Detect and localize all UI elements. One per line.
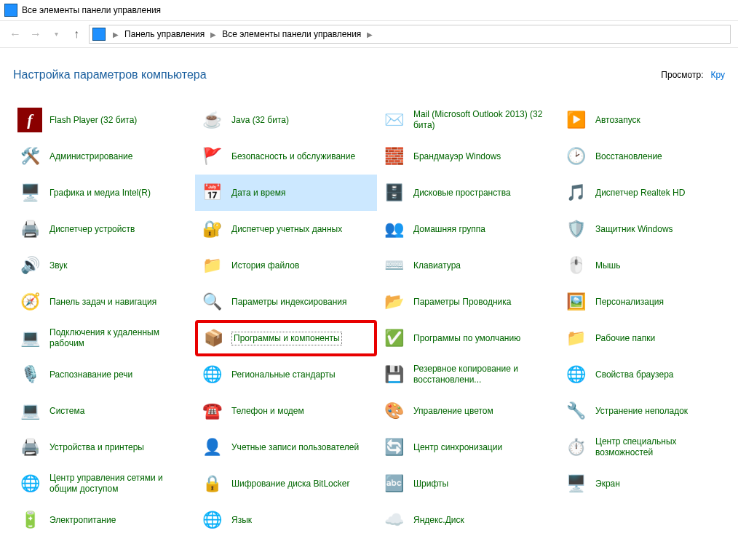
control-panel-item[interactable]: 💻Система [13, 393, 195, 429]
control-panel-item[interactable]: fFlash Player (32 бита) [13, 102, 195, 138]
programs-features-icon: 📦 [201, 326, 226, 351]
control-panel-item-label: Администрирование [49, 151, 132, 162]
nav-forward-button[interactable]: → [28, 26, 44, 42]
control-panel-item[interactable]: 🔒Шифрование диска BitLocker [195, 465, 377, 502]
control-panel-item[interactable]: 📁Рабочие папки [559, 320, 738, 356]
control-panel-item-label: Параметры индексирования [231, 297, 346, 308]
control-panel-item[interactable]: 🧭Панель задач и навигация [13, 284, 195, 320]
control-panel-item[interactable]: 🔍Параметры индексирования [195, 284, 377, 320]
troubleshoot-icon: 🔧 [563, 399, 588, 423]
control-panel-item[interactable]: 🔐Диспетчер учетных данных [195, 211, 377, 247]
control-panel-item-label: Центр синхронизации [413, 442, 502, 453]
control-panel-item[interactable]: 🛡️Защитник Windows [559, 211, 738, 247]
control-panel-item[interactable]: ☕Java (32 бита) [195, 102, 377, 138]
control-panel-item-label: Мышь [595, 260, 621, 271]
control-panel-item-label: Телефон и модем [231, 406, 304, 417]
breadcrumb-segment[interactable]: Панель управления [122, 25, 207, 43]
window-title: Все элементы панели управления [22, 5, 161, 15]
defender-icon: 🛡️ [563, 217, 588, 241]
control-panel-item[interactable]: 🚩Безопасность и обслуживание [195, 138, 377, 175]
control-panel-item[interactable]: 🗄️Дисковые пространства [377, 175, 559, 211]
explorer-options-icon: 📂 [381, 289, 406, 314]
control-panel-item-label: Рабочие папки [595, 333, 655, 344]
control-panel-item[interactable]: 🖱️Мышь [559, 247, 738, 284]
control-panel-item[interactable]: 🕑Восстановление [559, 138, 738, 175]
control-panel-item[interactable]: 🔋Электропитание [13, 502, 195, 538]
control-panel-item[interactable]: 🖥️Графика и медиа Intel(R) [13, 175, 195, 211]
control-panel-item[interactable]: 📁История файлов [195, 247, 377, 284]
control-panel-item-label: Система [49, 406, 84, 417]
control-panel-item-label: Дата и время [231, 188, 285, 199]
device-manager-icon: 🖨️ [17, 217, 42, 241]
address-bar[interactable]: ▶ Панель управления ▶ Все элементы панел… [89, 25, 731, 44]
control-panel-item[interactable]: 🔧Устранение неполадок [559, 393, 738, 429]
control-panel-item[interactable]: 🧱Брандмауэр Windows [377, 138, 559, 175]
control-panel-item[interactable]: ✅Программы по умолчанию [377, 320, 559, 356]
control-panel-item[interactable]: ☁️Яндекс.Диск [377, 502, 559, 538]
control-panel-item[interactable]: 🌐Язык [195, 502, 377, 538]
control-panel-item-label: Диспетчер устройств [49, 224, 135, 235]
page-title: Настройка параметров компьютера [13, 68, 207, 81]
control-panel-item-label: История файлов [231, 260, 299, 271]
control-panel-item[interactable]: 👥Домашняя группа [377, 211, 559, 247]
control-panel-item-label: Домашняя группа [413, 224, 485, 235]
fonts-icon: 🔤 [381, 471, 406, 496]
control-panel-item[interactable]: 🎙️Распознавание речи [13, 356, 195, 393]
view-label: Просмотр: [661, 70, 703, 80]
control-panel-item-label: Экран [595, 479, 620, 489]
control-panel-item[interactable]: 🔤Шрифты [377, 465, 559, 502]
control-panel-item[interactable]: 💻Подключения к удаленным рабочим [13, 320, 195, 356]
control-panel-item[interactable]: ▶️Автозапуск [559, 102, 738, 138]
nav-back-button[interactable]: ← [7, 26, 23, 42]
control-panel-grid: fFlash Player (32 бита)☕Java (32 бита)✉️… [0, 102, 738, 544]
control-panel-item[interactable]: 🔄Центр синхронизации [377, 429, 559, 465]
control-panel-item[interactable]: 🖥️Экран [559, 465, 738, 502]
realtek-icon: 🎵 [563, 180, 588, 205]
breadcrumb-segment[interactable]: Все элементы панели управления [219, 25, 364, 43]
control-panel-item-label: Резервное копирование и восстановлени... [413, 364, 548, 385]
sync-center-icon: 🔄 [381, 435, 406, 460]
view-mode-link[interactable]: Кру [710, 70, 725, 80]
control-panel-item-label: Программы по умолчанию [413, 333, 520, 344]
keyboard-icon: ⌨️ [381, 253, 406, 278]
control-panel-item-label: Центр управления сетями и общим доступом [49, 473, 184, 495]
control-panel-item[interactable]: 👤Учетные записи пользователей [195, 429, 377, 465]
control-panel-item[interactable]: 🔊Звук [13, 247, 195, 284]
control-panel-item[interactable]: ☎️Телефон и модем [195, 393, 377, 429]
speech-icon: 🎙️ [17, 362, 42, 387]
display-icon: 🖥️ [563, 471, 588, 496]
mail-icon: ✉️ [381, 108, 406, 132]
intel-graphics-icon: 🖥️ [17, 180, 42, 205]
control-panel-item[interactable]: 🎨Управление цветом [377, 393, 559, 429]
control-panel-item[interactable]: 🛠️Администрирование [13, 138, 195, 175]
nav-up-button[interactable]: ↑ [68, 26, 84, 42]
nav-recent-dropdown[interactable]: ▾ [48, 26, 64, 42]
chevron-right-icon[interactable]: ▶ [365, 31, 374, 39]
control-panel-item[interactable]: 🖼️Персонализация [559, 284, 738, 320]
control-panel-item[interactable]: 📦Программы и компоненты [195, 320, 377, 356]
network-sharing-icon: 🌐 [17, 471, 42, 496]
devices-printers-icon: 🖨️ [17, 435, 42, 460]
chevron-right-icon[interactable]: ▶ [209, 31, 218, 39]
chevron-right-icon[interactable]: ▶ [111, 31, 120, 39]
control-panel-item-label: Параметры Проводника [413, 297, 511, 308]
control-panel-item-label: Программы и компоненты [233, 333, 341, 344]
control-panel-item-label: Учетные записи пользователей [231, 442, 359, 453]
homegroup-icon: 👥 [381, 217, 406, 241]
control-panel-item[interactable]: 💾Резервное копирование и восстановлени..… [377, 356, 559, 393]
control-panel-item[interactable]: 🌐Свойства браузера [559, 356, 738, 393]
control-panel-item[interactable]: 🌐Центр управления сетями и общим доступо… [13, 465, 195, 502]
control-panel-item[interactable]: 📂Параметры Проводника [377, 284, 559, 320]
control-panel-item[interactable]: 🌐Региональные стандарты [195, 356, 377, 393]
control-panel-item[interactable]: 🎵Диспетчер Realtek HD [559, 175, 738, 211]
date-time-icon: 📅 [199, 180, 224, 205]
control-panel-item[interactable]: ⏱️Центр специальных возможностей [559, 429, 738, 465]
control-panel-item[interactable]: 📅Дата и время [195, 175, 377, 211]
control-panel-item-label: Шрифты [413, 479, 448, 489]
control-panel-item[interactable]: 🖨️Диспетчер устройств [13, 211, 195, 247]
control-panel-item[interactable]: ⌨️Клавиатура [377, 247, 559, 284]
control-panel-item[interactable]: ✉️Mail (Microsoft Outlook 2013) (32 бита… [377, 102, 559, 138]
color-mgmt-icon: 🎨 [381, 399, 406, 423]
storage-spaces-icon: 🗄️ [381, 180, 406, 205]
control-panel-item[interactable]: 🖨️Устройства и принтеры [13, 429, 195, 465]
